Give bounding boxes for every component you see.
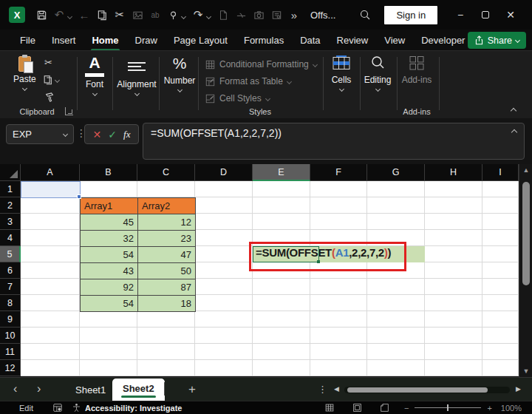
tab-data[interactable]: Data [292,31,328,50]
new-file-icon[interactable] [214,5,232,24]
cell-B3[interactable]: 45 [80,214,138,231]
column-header-D[interactable]: D [195,164,253,181]
add-sheet-button[interactable]: + [188,382,196,397]
tab-draw[interactable]: Draw [127,31,166,50]
touch-mode-icon[interactable] [164,5,182,24]
row-header-12[interactable]: 12 [0,360,21,376]
conditional-formatting-button[interactable]: Conditional Formatting [205,59,317,69]
prev-sheet-icon[interactable]: ‹ [13,382,17,396]
copy-icon[interactable] [93,5,111,24]
sign-in-button[interactable]: Sign in [384,6,437,24]
format-painter-button[interactable] [44,92,55,103]
replace-icon[interactable]: ab [146,5,164,24]
tab-formulas[interactable]: Formulas [236,31,292,50]
name-box-dropdown-icon[interactable] [63,132,68,137]
cell-C3[interactable]: 12 [137,214,196,231]
cell-C5[interactable]: 47 [137,246,196,263]
tab-home[interactable]: Home [83,31,126,50]
undo-icon[interactable]: ↶ [50,5,68,24]
tab-options-icon[interactable]: ⋮ [318,384,327,395]
tab-insert[interactable]: Insert [44,31,84,50]
column-header-H[interactable]: H [425,164,482,181]
cell-B4[interactable]: 32 [80,230,138,247]
alignment-group-button[interactable]: Alignment [114,55,160,95]
row-header-5[interactable]: 5 [0,246,21,262]
search-icon[interactable] [356,5,374,24]
row-header-6[interactable]: 6 [0,262,21,279]
undo-dropdown-icon[interactable] [67,14,72,19]
sheet-tab-sheet2[interactable]: Sheet2 [112,379,165,401]
zoom-slider[interactable] [415,407,481,408]
cell-styles-button[interactable]: Cell Styles [205,93,270,104]
horizontal-scrollbar[interactable] [344,387,510,393]
zoom-in-button[interactable]: + [487,404,491,413]
row-header-8[interactable]: 8 [0,295,21,311]
row-header-9[interactable]: 9 [0,311,21,328]
name-box[interactable]: EXP [6,124,74,144]
draw-tool-icon[interactable] [232,5,250,24]
cell-B5[interactable]: 54 [80,246,138,263]
cell-C8[interactable]: 18 [137,295,196,312]
font-group-button[interactable]: A Font [78,55,111,95]
row-header-7[interactable]: 7 [0,279,21,295]
column-header-G[interactable]: G [367,164,425,181]
formula-input[interactable]: =SUM(OFFSET(A1,2,2,7,2)) [143,123,525,160]
paste-button[interactable]: Paste [13,56,36,90]
column-header-B[interactable]: B [80,164,137,181]
sheet-tab-sheet1[interactable]: Sheet1 [68,382,113,398]
insert-function-icon[interactable]: fx [123,129,130,140]
tab-file[interactable]: File [12,31,44,50]
collapse-ribbon-icon[interactable] [511,108,516,114]
redo-icon[interactable]: ↷ [189,5,207,24]
share-button[interactable]: Share [468,32,526,49]
row-header-2[interactable]: 2 [0,197,21,214]
cancel-icon[interactable]: ✕ [93,129,102,140]
redo-dropdown-icon[interactable] [206,14,211,19]
minimize-button[interactable]: − [448,4,473,25]
cell-C6[interactable]: 50 [137,262,196,279]
zoom-out-button[interactable]: − [404,404,409,413]
column-header-C[interactable]: C [137,164,195,181]
vertical-scroll-thumb[interactable] [522,182,530,285]
column-header-F[interactable]: F [310,164,367,181]
row-header-11[interactable]: 11 [0,344,21,360]
number-group-button[interactable]: % Number [160,55,199,92]
cell-C7[interactable]: 87 [137,279,196,296]
tab-view[interactable]: View [376,31,413,50]
save-icon[interactable] [33,5,50,24]
macro-record-icon[interactable] [52,403,63,413]
touch-mode-dropdown-icon[interactable] [181,14,186,19]
row-header-3[interactable]: 3 [0,214,21,230]
scroll-up-icon[interactable]: ▲ [519,166,532,174]
referenced-cell-a1[interactable] [21,181,81,198]
horizontal-scroll-thumb[interactable] [347,387,488,393]
zoom-level[interactable]: 100% [501,404,522,413]
cell-B8[interactable]: 54 [80,295,138,312]
queries-icon[interactable] [267,5,285,24]
cell-B6[interactable]: 43 [80,262,138,279]
cell-B7[interactable]: 92 [80,279,138,296]
cell-C2[interactable]: Array2 [137,197,196,214]
maximize-button[interactable] [473,4,498,25]
ribbon-cut-button[interactable]: ✂ [44,57,52,68]
picture-icon[interactable] [129,5,146,24]
clipboard-dialog-launcher-icon[interactable] [65,107,73,115]
scroll-down-icon[interactable]: ▼ [519,367,532,375]
ribbon-copy-button[interactable] [43,75,59,85]
tab-page-layout[interactable]: Page Layout [166,31,236,50]
page-layout-view-icon[interactable] [352,403,362,413]
addins-button[interactable]: Add-ins [399,55,434,85]
select-all-corner[interactable] [0,164,21,181]
vertical-scrollbar[interactable]: ▲ ▼ [519,164,532,377]
format-as-table-button[interactable]: Format as Table [205,76,291,86]
cell-B2[interactable]: Array1 [80,197,138,214]
zoom-slider-thumb[interactable] [447,404,449,411]
hscroll-left-icon[interactable]: ◀ [334,385,339,393]
close-button[interactable]: ✕ [498,4,523,25]
sheet-grid[interactable]: Array1Array2453254439254122347508718ABCD… [0,164,532,377]
back-arrow-icon[interactable]: ← [75,5,93,24]
enter-icon[interactable]: ✓ [108,129,117,140]
cell-C4[interactable]: 23 [137,230,196,247]
normal-view-icon[interactable] [324,403,335,413]
next-sheet-icon[interactable]: › [37,382,41,396]
